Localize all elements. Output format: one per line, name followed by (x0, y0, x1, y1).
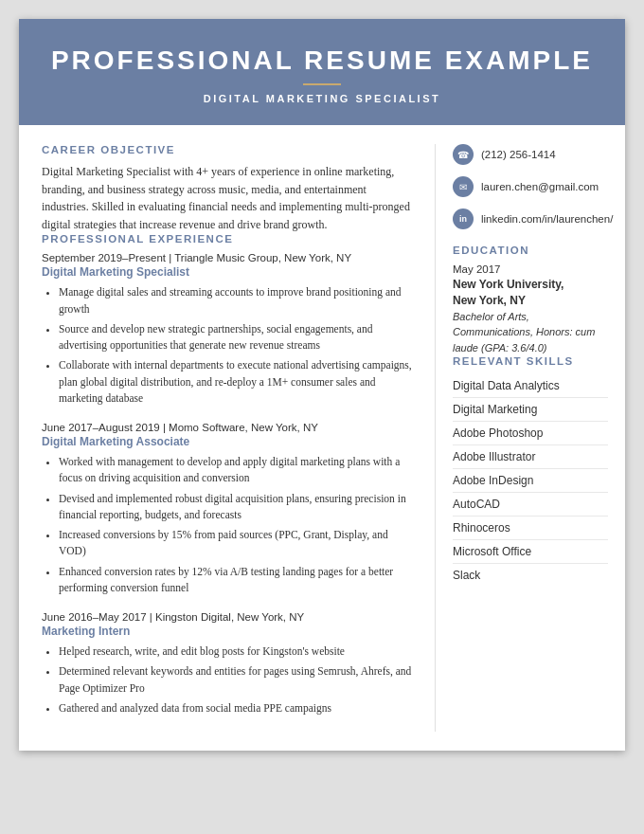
resume-header: PROFESSIONAL RESUME EXAMPLE DIGITAL MARK… (19, 19, 625, 125)
skill-item: Digital Data Analytics (453, 374, 608, 398)
exp-title-2: Digital Marketing Associate (42, 435, 416, 448)
edu-school-line2: New York, NY (453, 293, 608, 309)
bullet: Increased conversions by 15% from paid s… (59, 527, 416, 560)
skill-item: Slack (453, 564, 608, 587)
skills-section: RELEVANT SKILLS Digital Data Analytics D… (453, 355, 608, 587)
contact-linkedin: in linkedin.com/in/laurenchen/ (453, 208, 608, 229)
header-divider (303, 83, 341, 85)
exp-bullets-3: Helped research, write, and edit blog po… (42, 644, 416, 716)
skill-item: Rhinoceros (453, 517, 608, 540)
resume-wrapper: PROFESSIONAL RESUME EXAMPLE DIGITAL MARK… (19, 19, 625, 751)
skill-item: Microsoft Office (453, 540, 608, 564)
bullet: Gathered and analyzed data from social m… (59, 700, 416, 716)
main-title: PROFESSIONAL RESUME EXAMPLE (47, 45, 597, 76)
exp-title-3: Marketing Intern (42, 625, 416, 638)
bullet: Manage digital sales and streaming accou… (59, 284, 416, 317)
career-objective-body: Digital Marketing Specialist with 4+ yea… (42, 163, 416, 233)
linkedin-text: linkedin.com/in/laurenchen/ (481, 213, 613, 225)
exp-meta-1: September 2019–Present | Triangle Music … (42, 252, 416, 263)
bullet: Enhanced conversion rates by 12% via A/B… (59, 564, 416, 597)
right-column: ☎ (212) 256-1414 ✉ lauren.chen@gmail.com… (436, 144, 625, 732)
exp-bullets-2: Worked with management to develop and ap… (42, 454, 416, 596)
edu-school-line1: New York University, (453, 277, 608, 293)
skill-item: Adobe Illustrator (453, 445, 608, 469)
education-section: EDUCATION May 2017 New York University, … (453, 245, 608, 355)
bullet: Collaborate with internal departments to… (59, 357, 416, 407)
contact-email: ✉ lauren.chen@gmail.com (453, 176, 608, 197)
experience-entry-1: September 2019–Present | Triangle Music … (42, 252, 416, 407)
edu-date: May 2017 (453, 263, 608, 275)
resume-body: CAREER OBJECTIVE Digital Marketing Speci… (19, 125, 625, 751)
skill-item: AutoCAD (453, 493, 608, 517)
skill-item: Adobe InDesign (453, 469, 608, 493)
bullet: Determined relevant keywords and entitie… (59, 663, 416, 697)
bullet: Worked with management to develop and ap… (59, 454, 416, 487)
career-objective-title: CAREER OBJECTIVE (42, 144, 416, 155)
left-column: CAREER OBJECTIVE Digital Marketing Speci… (19, 144, 436, 732)
career-objective-section: CAREER OBJECTIVE Digital Marketing Speci… (42, 144, 416, 233)
skill-item: Digital Marketing (453, 398, 608, 422)
bullet: Source and develop new strategic partner… (59, 321, 416, 354)
professional-experience-title: PROFESSIONAL EXPERIENCE (42, 233, 416, 245)
bullet: Helped research, write, and edit blog po… (59, 644, 416, 660)
edu-details: Bachelor of Arts, Communications, Honors… (453, 309, 608, 356)
phone-text: (212) 256-1414 (481, 149, 556, 160)
contact-phone: ☎ (212) 256-1414 (453, 144, 608, 165)
exp-bullets-1: Manage digital sales and streaming accou… (42, 284, 416, 407)
phone-icon: ☎ (453, 144, 474, 165)
education-title: EDUCATION (453, 245, 608, 256)
professional-experience-section: PROFESSIONAL EXPERIENCE September 2019–P… (42, 233, 416, 716)
skills-title: RELEVANT SKILLS (453, 355, 608, 367)
bullet: Devised and implemented robust digital a… (59, 491, 416, 524)
experience-entry-3: June 2016–May 2017 | Kingston Digital, N… (42, 611, 416, 716)
experience-entry-2: June 2017–August 2019 | Momo Software, N… (42, 422, 416, 596)
header-subtitle: DIGITAL MARKETING SPECIALIST (47, 93, 597, 104)
contact-section: ☎ (212) 256-1414 ✉ lauren.chen@gmail.com… (453, 144, 608, 229)
exp-meta-2: June 2017–August 2019 | Momo Software, N… (42, 422, 416, 433)
exp-meta-3: June 2016–May 2017 | Kingston Digital, N… (42, 611, 416, 623)
email-text: lauren.chen@gmail.com (481, 181, 599, 192)
email-icon: ✉ (453, 176, 474, 197)
exp-title-1: Digital Marketing Specialist (42, 265, 416, 279)
skill-item: Adobe Photoshop (453, 422, 608, 445)
linkedin-icon: in (453, 208, 474, 229)
